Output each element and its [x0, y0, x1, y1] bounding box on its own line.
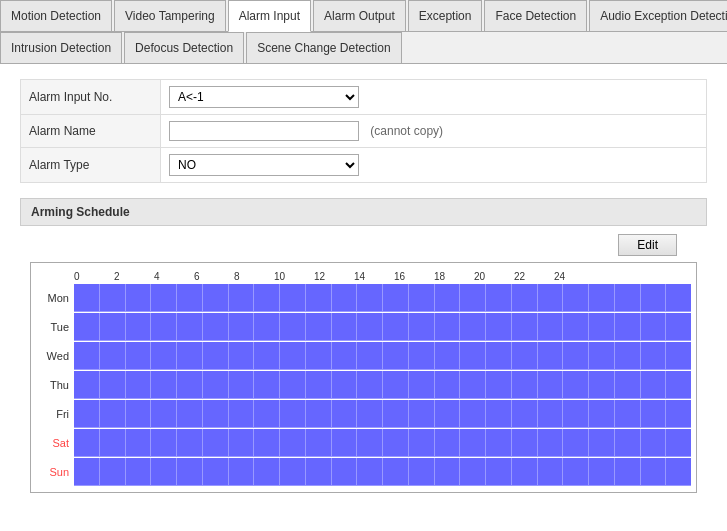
bar-cell: [486, 458, 512, 486]
bar-cell: [306, 284, 332, 312]
time-label: 8: [234, 271, 274, 282]
bar-cell: [512, 284, 538, 312]
bar-cell: [589, 313, 615, 341]
bar-cell: [512, 458, 538, 486]
bar-cell: [666, 342, 691, 370]
bar-cell: [306, 458, 332, 486]
alarm-input-no-cell: A<-1: [161, 80, 707, 115]
bar-cell: [486, 400, 512, 428]
bar-cell: [254, 400, 280, 428]
bar-cell: [306, 371, 332, 399]
alarm-name-cell: (cannot copy): [161, 115, 707, 148]
bar-cell: [435, 284, 461, 312]
days-container: MonTueWedThuFriSatSun: [36, 284, 691, 487]
day-row: Fri: [36, 400, 691, 428]
alarm-type-label: Alarm Type: [21, 148, 161, 183]
bar-cell: [229, 458, 255, 486]
day-bar: [74, 429, 691, 457]
day-bar: [74, 458, 691, 486]
bar-cell: [126, 371, 152, 399]
time-label: 2: [114, 271, 154, 282]
bar-cell: [151, 400, 177, 428]
alarm-name-input[interactable]: [169, 121, 359, 141]
bar-cell: [229, 400, 255, 428]
time-label: 12: [314, 271, 354, 282]
bar-cell: [589, 371, 615, 399]
tab-face-detection[interactable]: Face Detection: [484, 0, 587, 31]
day-label: Sat: [36, 437, 74, 449]
bar-cell: [589, 342, 615, 370]
bar-cell: [357, 313, 383, 341]
bar-cell: [563, 284, 589, 312]
bar-cell: [332, 313, 358, 341]
form-table: Alarm Input No. A<-1 Alarm Name (cannot …: [20, 79, 707, 183]
chart-inner: 024681012141618202224 MonTueWedThuFriSat…: [36, 271, 691, 487]
day-row: Thu: [36, 371, 691, 399]
bar-cell: [177, 371, 203, 399]
bar-cell: [615, 400, 641, 428]
day-label: Wed: [36, 350, 74, 362]
bar-cell: [512, 342, 538, 370]
day-label: Thu: [36, 379, 74, 391]
day-bar: [74, 313, 691, 341]
content-area: Alarm Input No. A<-1 Alarm Name (cannot …: [0, 64, 727, 508]
bar-cell: [641, 429, 667, 457]
day-bar: [74, 400, 691, 428]
bar-cell: [254, 342, 280, 370]
bar-cell: [203, 342, 229, 370]
tab-motion-detection[interactable]: Motion Detection: [0, 0, 112, 31]
alarm-type-select[interactable]: NO: [169, 154, 359, 176]
tab-alarm-output[interactable]: Alarm Output: [313, 0, 406, 31]
bar-cell: [486, 429, 512, 457]
alarm-input-no-select[interactable]: A<-1: [169, 86, 359, 108]
bar-cell: [126, 284, 152, 312]
bar-cell: [641, 313, 667, 341]
bar-cell: [641, 458, 667, 486]
bar-cell: [666, 371, 691, 399]
tab-scene-change-detection[interactable]: Scene Change Detection: [246, 32, 401, 63]
bar-cell: [357, 342, 383, 370]
tab-alarm-input[interactable]: Alarm Input: [228, 0, 311, 32]
bar-cell: [100, 313, 126, 341]
bar-cell: [229, 371, 255, 399]
alarm-name-label: Alarm Name: [21, 115, 161, 148]
day-label: Fri: [36, 408, 74, 420]
bar-cell: [615, 313, 641, 341]
bar-cell: [177, 342, 203, 370]
bar-cell: [409, 371, 435, 399]
bar-cell: [460, 284, 486, 312]
bar-cell: [486, 371, 512, 399]
bar-cell: [409, 400, 435, 428]
tab-video-tampering[interactable]: Video Tampering: [114, 0, 226, 31]
bar-cell: [357, 458, 383, 486]
bar-cell: [332, 400, 358, 428]
bar-cell: [486, 284, 512, 312]
tab-audio-exception-detection[interactable]: Audio Exception Detection: [589, 0, 727, 31]
bar-cell: [229, 313, 255, 341]
tab-exception[interactable]: Exception: [408, 0, 483, 31]
bar-cell: [460, 429, 486, 457]
day-bar: [74, 342, 691, 370]
edit-button[interactable]: Edit: [618, 234, 677, 256]
bar-cell: [538, 429, 564, 457]
bar-cell: [383, 429, 409, 457]
bar-cell: [177, 313, 203, 341]
bar-cell: [409, 342, 435, 370]
bar-cell: [589, 429, 615, 457]
bar-cell: [641, 400, 667, 428]
bar-cell: [538, 400, 564, 428]
tab-defocus-detection[interactable]: Defocus Detection: [124, 32, 244, 63]
bar-cell: [203, 284, 229, 312]
bar-cell: [203, 313, 229, 341]
bar-cell: [383, 400, 409, 428]
bar-cell: [126, 458, 152, 486]
bar-cell: [666, 400, 691, 428]
bar-cell: [563, 458, 589, 486]
bar-cell: [409, 284, 435, 312]
bar-cell: [615, 342, 641, 370]
tab-intrusion-detection[interactable]: Intrusion Detection: [0, 32, 122, 63]
bar-cell: [151, 313, 177, 341]
bar-cell: [229, 342, 255, 370]
bar-cell: [357, 284, 383, 312]
bar-cell: [563, 400, 589, 428]
